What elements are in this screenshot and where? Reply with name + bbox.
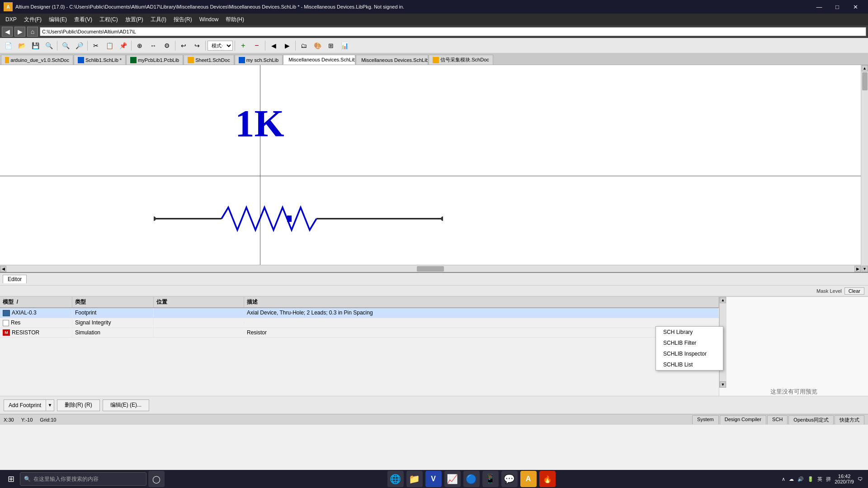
tab-schlib1[interactable]: Schlib1.SchLib * bbox=[74, 55, 126, 65]
add-footprint-dropdown[interactable]: ▼ bbox=[46, 399, 54, 411]
add-footprint-button[interactable]: Add Footprint bbox=[4, 399, 46, 411]
flip-button[interactable]: ↔ bbox=[147, 39, 160, 52]
scroll-thumb-v[interactable] bbox=[862, 72, 868, 90]
models-scroll-down[interactable]: ▼ bbox=[720, 381, 726, 388]
menu-reports[interactable]: 报告(R) bbox=[170, 14, 196, 25]
taskbar-graph-icon[interactable]: 📈 bbox=[444, 471, 461, 487]
edit-button[interactable]: 编辑(E) (E)... bbox=[103, 399, 149, 411]
toolbar-separator-4 bbox=[175, 41, 175, 51]
mode-select[interactable]: 模式· bbox=[208, 41, 233, 51]
ctx-schlib-filter[interactable]: SCHLIB Filter bbox=[656, 338, 723, 348]
undo-button[interactable]: ↩ bbox=[177, 39, 190, 52]
print-preview-button[interactable]: 🔍 bbox=[42, 39, 55, 52]
menu-place[interactable]: 放置(P) bbox=[122, 14, 147, 25]
scroll-left-arrow[interactable]: ◀ bbox=[0, 266, 6, 272]
ctx-sch-library[interactable]: SCH Library bbox=[656, 327, 723, 338]
menu-dxp[interactable]: DXP bbox=[2, 14, 20, 25]
menu-edit[interactable]: 编辑(E) bbox=[45, 14, 71, 25]
taskbar-android-icon[interactable]: 📱 bbox=[482, 471, 499, 487]
menu-window[interactable]: Window bbox=[196, 14, 222, 25]
zoom-out-button[interactable]: 🔎 bbox=[73, 39, 85, 52]
report-button[interactable]: 📊 bbox=[338, 39, 351, 52]
taskbar-chrome-icon[interactable]: 🔵 bbox=[463, 471, 480, 487]
close-button[interactable]: ✕ bbox=[846, 0, 864, 14]
add-button[interactable]: + bbox=[237, 39, 250, 52]
address-input[interactable] bbox=[40, 27, 866, 36]
ctx-schlib-inspector[interactable]: SCHLIB Inspector bbox=[656, 348, 723, 359]
sys-arrow-icon[interactable]: ∧ bbox=[782, 476, 785, 482]
tab-pcblib[interactable]: myPcbLib1.PcbLib bbox=[126, 55, 183, 65]
ctx-schlib-list[interactable]: SCHLIB List bbox=[656, 359, 723, 370]
maximize-button[interactable]: □ bbox=[828, 0, 846, 14]
align-button[interactable]: ⊕ bbox=[133, 39, 146, 52]
panel-tab-openbus[interactable]: Openbus同定式 bbox=[788, 415, 834, 424]
scroll-right-arrow[interactable]: ▶ bbox=[854, 266, 861, 272]
vertical-scrollbar[interactable]: ▲ ▼ bbox=[861, 65, 868, 272]
scroll-up-arrow[interactable]: ▲ bbox=[862, 65, 868, 71]
editor-tab[interactable]: Editor bbox=[3, 275, 27, 283]
task-view-button[interactable]: ◯ bbox=[148, 471, 165, 487]
delete-button[interactable]: 删除(R) (R) bbox=[57, 399, 100, 411]
tab-misc-active[interactable]: Miscellaneous Devices.SchLib * bbox=[283, 55, 355, 65]
open-button[interactable]: 📂 bbox=[15, 39, 28, 52]
redo-button[interactable]: ↪ bbox=[191, 39, 203, 52]
taskbar-altium-icon[interactable]: A bbox=[520, 471, 537, 487]
minimize-button[interactable]: — bbox=[810, 0, 828, 14]
tab-misc[interactable]: Miscellaneous Devices.SchLib bbox=[356, 55, 428, 65]
scroll-down-arrow[interactable]: ▼ bbox=[862, 266, 868, 272]
clear-button[interactable]: Clear bbox=[844, 287, 864, 295]
menu-view[interactable]: 查看(V) bbox=[71, 14, 96, 25]
nav-right-button[interactable]: ▶ bbox=[281, 39, 293, 52]
cut-button[interactable]: ✂ bbox=[90, 39, 102, 52]
tab-arduino[interactable]: arduino_due_v1.0.SchDoc bbox=[1, 55, 73, 65]
panel-tab-design-compiler[interactable]: Design Compiler bbox=[720, 415, 766, 424]
table-row-axial[interactable]: AXIAL-0.3 Footprint Axial Device, Thru-H… bbox=[0, 308, 719, 318]
new-button[interactable]: 📄 bbox=[2, 39, 14, 52]
menubar: DXP 文件(F) 编辑(E) 查看(V) 工程(C) 放置(P) 工具(I) … bbox=[0, 14, 868, 25]
grid-button[interactable]: ⊞ bbox=[325, 39, 337, 52]
home-button[interactable]: ⌂ bbox=[27, 27, 38, 37]
compile-button[interactable]: ⚙ bbox=[160, 39, 173, 52]
th-pos[interactable]: 位置 bbox=[154, 297, 244, 307]
th-desc[interactable]: 描述 bbox=[244, 297, 719, 307]
th-type[interactable]: 类型 bbox=[72, 297, 154, 307]
models-scroll-up[interactable]: ▲ bbox=[720, 297, 726, 303]
panel-tab-system[interactable]: System bbox=[692, 415, 719, 424]
paint-button[interactable]: 🎨 bbox=[311, 39, 324, 52]
th-model[interactable]: 模型 / bbox=[0, 297, 72, 307]
nav-left-button[interactable]: ◀ bbox=[267, 39, 280, 52]
save-button[interactable]: 💾 bbox=[29, 39, 42, 52]
tab-signal[interactable]: 信号采集模块.SchDoc bbox=[429, 55, 493, 65]
taskbar-wechat-icon[interactable]: 💬 bbox=[501, 471, 518, 487]
remove-button[interactable]: − bbox=[250, 39, 263, 52]
lang-indicator[interactable]: 英 bbox=[817, 476, 822, 483]
menu-project[interactable]: 工程(C) bbox=[96, 14, 122, 25]
table-row-res[interactable]: Res Signal Integrity bbox=[0, 318, 719, 328]
scroll-thumb-h[interactable] bbox=[417, 266, 444, 272]
zoom-in-button[interactable]: 🔍 bbox=[59, 39, 72, 52]
copy-button[interactable]: 📋 bbox=[103, 39, 116, 52]
volume-icon[interactable]: 🔊 bbox=[797, 476, 804, 482]
tab-sheet1[interactable]: Sheet1.SchDoc bbox=[184, 55, 234, 65]
taskbar-ie-icon[interactable]: 🌐 bbox=[387, 471, 404, 487]
taskbar-folder-icon[interactable]: 📁 bbox=[406, 471, 423, 487]
menu-file[interactable]: 文件(F) bbox=[20, 14, 45, 25]
start-button[interactable]: ⊞ bbox=[2, 470, 20, 488]
taskbar-red-icon[interactable]: 🔥 bbox=[539, 471, 556, 487]
panel-tab-shortcuts[interactable]: 快捷方式 bbox=[835, 415, 864, 424]
back-button[interactable]: ◀ bbox=[2, 27, 13, 37]
horizontal-scrollbar[interactable]: ◀ ▶ bbox=[0, 265, 861, 272]
canvas-area[interactable]: 1K ▲ ▼ ◀ ▶ bbox=[0, 65, 868, 273]
forward-button[interactable]: ▶ bbox=[14, 27, 25, 37]
layer-button[interactable]: 🗂 bbox=[297, 39, 310, 52]
tab-mysch[interactable]: my sch.SchLib bbox=[235, 55, 283, 65]
notification-icon[interactable]: 🗨 bbox=[858, 476, 863, 482]
paste-button[interactable]: 📌 bbox=[117, 39, 129, 52]
panel-tab-sch[interactable]: SCH bbox=[767, 415, 788, 424]
taskbar-search[interactable]: 🔍 在这里输入你要搜索的内容 bbox=[20, 472, 146, 486]
tab-label-sheet1: Sheet1.SchDoc bbox=[195, 57, 230, 63]
menu-help[interactable]: 帮助(H) bbox=[222, 14, 248, 25]
taskbar-velodyne-icon[interactable]: V bbox=[425, 471, 442, 487]
table-row-resistor[interactable]: MRESISTOR Simulation Resistor bbox=[0, 328, 719, 338]
menu-tools[interactable]: 工具(I) bbox=[147, 14, 170, 25]
